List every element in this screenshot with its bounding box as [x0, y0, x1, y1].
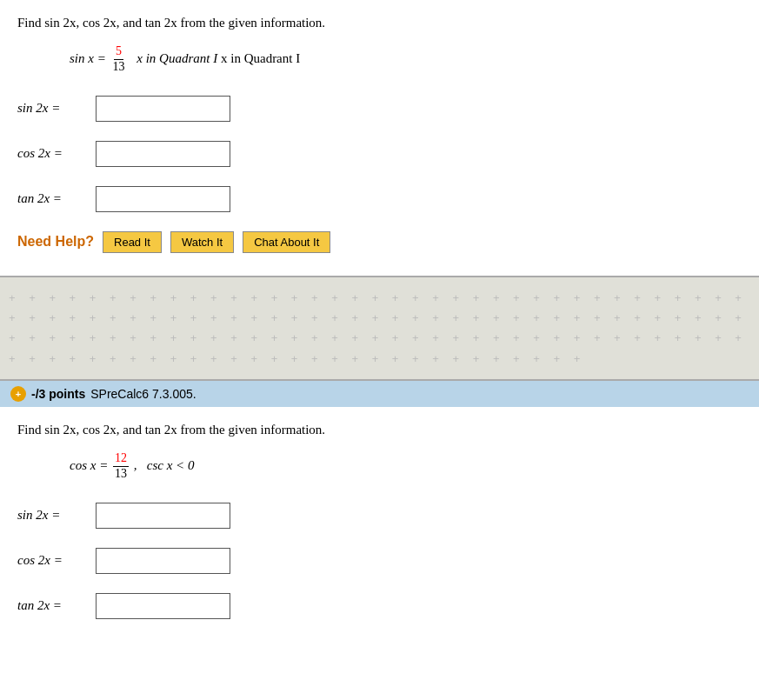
numerator-1: 5: [114, 44, 123, 60]
cos2x-row-1: cos 2x =: [17, 141, 742, 167]
tan2x-label-1: tan 2x =: [17, 191, 96, 206]
points-text: -/3 points: [31, 387, 85, 401]
watch-it-button[interactable]: Watch It: [170, 231, 234, 253]
given-quadrant-1: x in Quadrant I: [221, 51, 300, 65]
need-help-row: Need Help? Read It Watch It Chat About I…: [17, 231, 742, 253]
given-prefix-2: cos x =: [70, 458, 108, 472]
numerator-2: 12: [113, 451, 129, 467]
tan2x-input-1[interactable]: [96, 186, 230, 212]
read-it-button[interactable]: Read It: [103, 231, 162, 253]
given-suffix-2: , csc x < 0: [134, 458, 195, 472]
cos2x-input-1[interactable]: [96, 141, 230, 167]
sin2x-label-1: sin 2x =: [17, 101, 96, 116]
divider-section: + + + + + + + + + + + + + + + + + + + + …: [0, 276, 759, 382]
problem-1-section: Find sin 2x, cos 2x, and tan 2x from the…: [0, 0, 759, 276]
tan2x-row-2: tan 2x =: [17, 593, 742, 619]
points-detail: SPreCalc6 7.3.005.: [90, 387, 196, 401]
problem-2-title: Find sin 2x, cos 2x, and tan 2x from the…: [17, 423, 742, 437]
cos2x-label-2: cos 2x =: [17, 553, 96, 568]
denominator-1: 13: [111, 60, 127, 75]
chat-about-button[interactable]: Chat About It: [243, 231, 330, 253]
sin2x-row-1: sin 2x =: [17, 96, 742, 122]
tan2x-input-2[interactable]: [96, 593, 230, 619]
sin2x-label-2: sin 2x =: [17, 508, 96, 523]
cos2x-label-1: cos 2x =: [17, 146, 96, 161]
cos2x-input-2[interactable]: [96, 548, 230, 574]
problem-1-given: sin x = 5 13 x in Quadrant I x in Quadra…: [70, 44, 742, 75]
fraction-1: 5 13: [111, 44, 127, 75]
tan2x-label-2: tan 2x =: [17, 598, 96, 613]
problem-2-section: Find sin 2x, cos 2x, and tan 2x from the…: [0, 407, 759, 656]
sin2x-input-1[interactable]: [96, 96, 230, 122]
given-suffix-1: x in Quadrant I: [136, 51, 217, 65]
divider-pattern: + + + + + + + + + + + + + + + + + + + + …: [0, 288, 759, 370]
problem-2-given: cos x = 12 13 , csc x < 0: [70, 451, 742, 482]
sin2x-row-2: sin 2x =: [17, 503, 742, 529]
problem-1-title: Find sin 2x, cos 2x, and tan 2x from the…: [17, 16, 742, 30]
points-circle: +: [10, 386, 26, 402]
denominator-2: 13: [113, 467, 129, 482]
tan2x-row-1: tan 2x =: [17, 186, 742, 212]
sin2x-input-2[interactable]: [96, 503, 230, 529]
points-bar: + -/3 points SPreCalc6 7.3.005.: [0, 381, 759, 407]
cos2x-row-2: cos 2x =: [17, 548, 742, 574]
fraction-2: 12 13: [113, 451, 129, 482]
need-help-label: Need Help?: [17, 234, 94, 250]
given-prefix-1: sin x =: [70, 51, 106, 65]
